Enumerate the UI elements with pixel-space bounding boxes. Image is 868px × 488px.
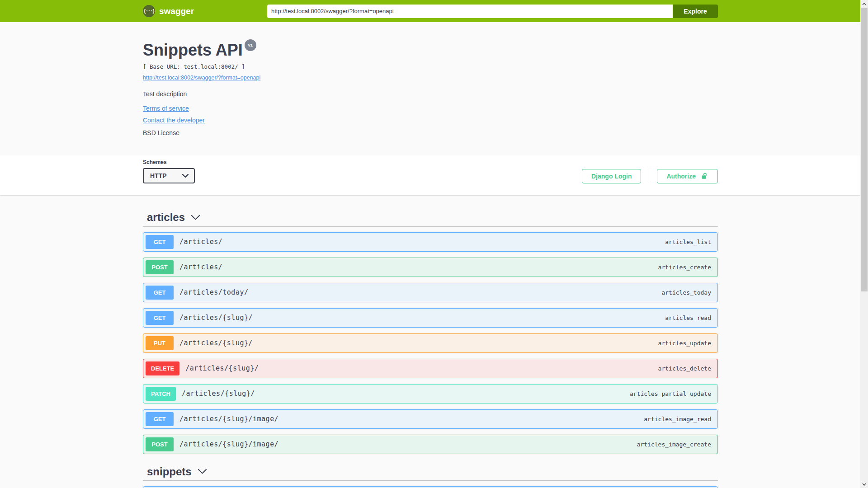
operation-id: articles_list bbox=[665, 239, 711, 245]
api-description: Test description bbox=[143, 90, 718, 98]
operation-row[interactable]: POST /articles/ articles_create bbox=[143, 258, 718, 277]
contact-developer-link[interactable]: Contact the developer bbox=[143, 117, 205, 124]
operation-id: articles_update bbox=[658, 340, 711, 347]
operation-path: /articles/{slug}/ bbox=[182, 389, 255, 398]
unlocked-padlock-icon bbox=[700, 172, 708, 180]
api-section-articles: articles GET /articles/ articles_list PO… bbox=[143, 211, 718, 454]
api-section-snippets: snippets GET /snippets/ snippets_list bbox=[143, 466, 718, 488]
auth-wrapper: Django Login Authorize bbox=[582, 169, 718, 183]
license-text: BSD License bbox=[143, 129, 718, 136]
operation-path: /articles/{slug}/ bbox=[185, 364, 259, 372]
operation-id: articles_image_read bbox=[644, 416, 711, 422]
operation-id: articles_delete bbox=[658, 365, 711, 372]
django-login-label: Django Login bbox=[591, 173, 632, 180]
terms-of-service-link[interactable]: Terms of service bbox=[143, 105, 189, 112]
page-title: Snippets APIv1 bbox=[143, 40, 718, 60]
http-method-badge: GET bbox=[146, 286, 174, 300]
chevron-down-icon bbox=[191, 215, 200, 220]
http-method-badge: GET bbox=[146, 235, 174, 249]
django-login-button[interactable]: Django Login bbox=[582, 169, 641, 183]
section-divider bbox=[143, 226, 718, 227]
scrollbar-thumb[interactable] bbox=[861, 8, 868, 291]
operation-row[interactable]: GET /snippets/ snippets_list bbox=[143, 486, 718, 488]
spec-link[interactable]: http://test.local:8002/swagger/?format=o… bbox=[143, 75, 260, 81]
section-rows: GET /snippets/ snippets_list bbox=[143, 486, 718, 488]
operation-path: /articles/{slug}/image/ bbox=[179, 415, 278, 423]
section-title: articles bbox=[147, 211, 185, 223]
schemes-selected-value: HTTP bbox=[150, 172, 167, 179]
download-url-wrapper: Explore bbox=[267, 5, 718, 18]
spec-url-input[interactable] bbox=[267, 5, 673, 18]
section-divider bbox=[143, 480, 718, 481]
swagger-logo-icon: {···} bbox=[143, 5, 155, 17]
brand-wordmark: swagger bbox=[159, 6, 194, 16]
operation-id: articles_today bbox=[661, 289, 711, 296]
section-title: snippets bbox=[147, 466, 192, 478]
scrollbar-up-button[interactable] bbox=[860, 0, 868, 8]
schemes-select[interactable]: HTTP bbox=[143, 168, 195, 183]
operation-path: /articles/ bbox=[179, 263, 222, 271]
operation-path: /articles/{slug}/image/ bbox=[179, 440, 278, 448]
version-badge: v1 bbox=[245, 39, 256, 51]
section-header[interactable]: articles bbox=[143, 211, 718, 223]
section-header[interactable]: snippets bbox=[143, 466, 718, 478]
base-url-text: [ Base URL: test.local:8002/ ] bbox=[143, 63, 718, 70]
section-rows: GET /articles/ articles_list POST /artic… bbox=[143, 232, 718, 454]
operation-row[interactable]: PUT /articles/{slug}/ articles_update bbox=[143, 333, 718, 353]
operation-path: /articles/{slug}/ bbox=[179, 314, 253, 322]
api-info-section: Snippets APIv1 [ Base URL: test.local:80… bbox=[0, 40, 860, 155]
operation-row[interactable]: GET /articles/{slug}/image/ articles_ima… bbox=[143, 409, 718, 429]
schemes-group: Schemes HTTP bbox=[143, 159, 195, 183]
schemes-label: Schemes bbox=[143, 159, 195, 165]
vertical-scrollbar[interactable] bbox=[860, 0, 868, 488]
scrollbar-down-button[interactable] bbox=[860, 480, 868, 488]
http-method-badge: PUT bbox=[146, 336, 174, 350]
scheme-container: Schemes HTTP Django Login Authorize bbox=[0, 155, 860, 195]
authorize-label: Authorize bbox=[666, 173, 696, 180]
api-title-text: Snippets API bbox=[143, 41, 243, 59]
operation-row[interactable]: DELETE /articles/{slug}/ articles_delete bbox=[143, 359, 718, 378]
authorize-button[interactable]: Authorize bbox=[657, 169, 718, 183]
operation-id: articles_partial_update bbox=[630, 390, 711, 397]
http-method-badge: POST bbox=[146, 260, 174, 274]
swagger-ui-page: {···} swagger Explore Snippets APIv1 [ B… bbox=[0, 0, 860, 488]
chevron-down-icon bbox=[198, 469, 207, 474]
http-method-badge: POST bbox=[146, 437, 174, 451]
operation-id: articles_read bbox=[665, 314, 711, 321]
operation-row[interactable]: POST /articles/{slug}/image/ articles_im… bbox=[143, 435, 718, 454]
scroll-up-icon bbox=[862, 3, 866, 5]
scroll-down-icon bbox=[862, 483, 866, 486]
http-method-badge: PATCH bbox=[146, 387, 176, 401]
operation-path: /articles/{slug}/ bbox=[179, 339, 253, 347]
http-method-badge: GET bbox=[146, 311, 174, 325]
operations-list: articles GET /articles/ articles_list PO… bbox=[143, 195, 718, 488]
operation-id: articles_image_create bbox=[637, 441, 711, 448]
explore-button[interactable]: Explore bbox=[673, 5, 718, 18]
operation-row[interactable]: GET /articles/{slug}/ articles_read bbox=[143, 308, 718, 328]
http-method-badge: DELETE bbox=[146, 361, 179, 375]
operation-path: /articles/ bbox=[179, 238, 222, 246]
operation-row[interactable]: PATCH /articles/{slug}/ articles_partial… bbox=[143, 384, 718, 404]
http-method-badge: GET bbox=[146, 412, 174, 426]
auth-divider bbox=[649, 169, 649, 183]
chevron-down-icon bbox=[182, 174, 189, 178]
operation-row[interactable]: GET /articles/today/ articles_today bbox=[143, 283, 718, 302]
swagger-brand-link[interactable]: {···} swagger bbox=[143, 5, 194, 17]
topbar: {···} swagger Explore bbox=[0, 0, 860, 22]
operation-path: /articles/today/ bbox=[179, 288, 249, 296]
operation-row[interactable]: GET /articles/ articles_list bbox=[143, 232, 718, 252]
operation-id: articles_create bbox=[658, 264, 711, 271]
